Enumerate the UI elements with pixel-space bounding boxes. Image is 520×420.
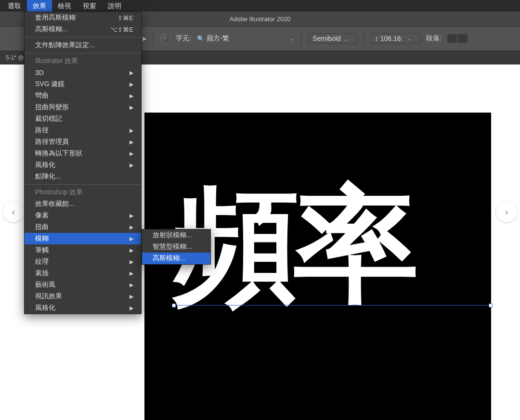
menu-item-video[interactable]: 視訊效果▶	[25, 291, 141, 302]
carousel-prev-button[interactable]: ‹	[3, 201, 24, 222]
menu-item-sketch[interactable]: 素描▶	[25, 267, 141, 279]
menu-item-crop-marks[interactable]: 裁切標記	[25, 113, 141, 125]
menu-item-stylize-ps[interactable]: 風格化▶	[25, 302, 141, 314]
submenu-item-gaussian-blur[interactable]: 高斯模糊...	[142, 253, 210, 264]
menu-item-path[interactable]: 路徑▶	[25, 125, 141, 136]
style-swatch-icon[interactable]	[160, 34, 170, 43]
artboard[interactable]: 頻率	[144, 113, 491, 420]
chevron-right-icon[interactable]: ▶	[143, 36, 146, 42]
menu-item-svg-filters[interactable]: SVG 濾鏡▶	[25, 78, 141, 90]
font-size-field[interactable]: ↕ 106.16:⌄	[371, 33, 421, 44]
menu-item-artistic[interactable]: 藝術風▶	[25, 279, 141, 291]
blur-submenu: 放射狀模糊... 智慧型模糊... 高斯模糊...	[142, 229, 211, 265]
effects-menu-dropdown: 套用高斯模糊⇧⌘E 高斯模糊...⌥⇧⌘E 文件點陣效果設定... Illust…	[24, 12, 142, 314]
menu-item-brush-strokes[interactable]: 筆觸▶	[25, 244, 141, 256]
menu-item-document-raster-settings[interactable]: 文件點陣效果設定...	[25, 39, 141, 51]
app-title: Adobe Illustrator 2020	[229, 15, 290, 23]
font-family-field[interactable]: 蘋方-繁	[207, 34, 284, 43]
menu-item-pixelate[interactable]: 像素▶	[25, 210, 141, 221]
menu-effects[interactable]: 效果	[27, 0, 52, 12]
submenu-item-radial-blur[interactable]: 放射狀模糊...	[142, 229, 210, 241]
menu-item-effect-gallery[interactable]: 效果收藏館...	[25, 198, 141, 210]
character-label: 字元:	[176, 34, 191, 43]
menu-select[interactable]: 選取	[2, 0, 27, 12]
font-search[interactable]: 🔍 蘋方-繁	[197, 34, 284, 43]
text-baseline-indicator	[173, 305, 491, 305]
menu-item-pathfinder[interactable]: 路徑管理員▶	[25, 136, 141, 148]
menu-window[interactable]: 視窗	[77, 0, 102, 12]
search-icon: 🔍	[197, 35, 205, 42]
menu-help[interactable]: 說明	[102, 0, 127, 12]
carousel-next-button[interactable]: ›	[496, 201, 517, 222]
menu-item-gaussian-blur[interactable]: 高斯模糊...⌥⇧⌘E	[25, 24, 141, 35]
menu-item-distort[interactable]: 扭曲▶	[25, 221, 141, 233]
menu-item-blur[interactable]: 模糊▶	[25, 233, 141, 244]
menu-item-rasterize[interactable]: 點陣化...	[25, 171, 141, 182]
menu-item-apply-gaussian-blur[interactable]: 套用高斯模糊⇧⌘E	[25, 12, 141, 24]
chevron-left-icon: ‹	[12, 206, 15, 217]
menu-heading-photoshop: Photoshop 效果	[25, 187, 141, 198]
menu-item-warp[interactable]: 彎曲▶	[25, 90, 141, 102]
system-menubar: 選取 效果 檢視 視窗 說明	[0, 0, 520, 12]
chevron-right-icon: ›	[505, 206, 508, 217]
submenu-item-smart-blur[interactable]: 智慧型模糊...	[142, 241, 210, 253]
document-tab[interactable]: 5-1* @	[3, 54, 27, 61]
font-weight-select[interactable]: Semibold⌄	[308, 33, 356, 44]
chevron-down-icon[interactable]: ⌄	[290, 36, 294, 41]
menu-heading-illustrator: Illustrator 效果	[25, 55, 141, 67]
menu-item-texture[interactable]: 紋理▶	[25, 256, 141, 267]
paragraph-align-group[interactable]	[447, 34, 468, 43]
menu-item-distort-transform[interactable]: 扭曲與變形▶	[25, 102, 141, 113]
paragraph-label: 段落:	[426, 34, 442, 43]
menu-item-convert-to-shape[interactable]: 轉換為以下形狀▶	[25, 148, 141, 159]
menu-item-3d[interactable]: 3D▶	[25, 67, 141, 78]
menu-view[interactable]: 檢視	[52, 0, 77, 12]
menu-item-stylize-ai[interactable]: 風格化▶	[25, 159, 141, 171]
